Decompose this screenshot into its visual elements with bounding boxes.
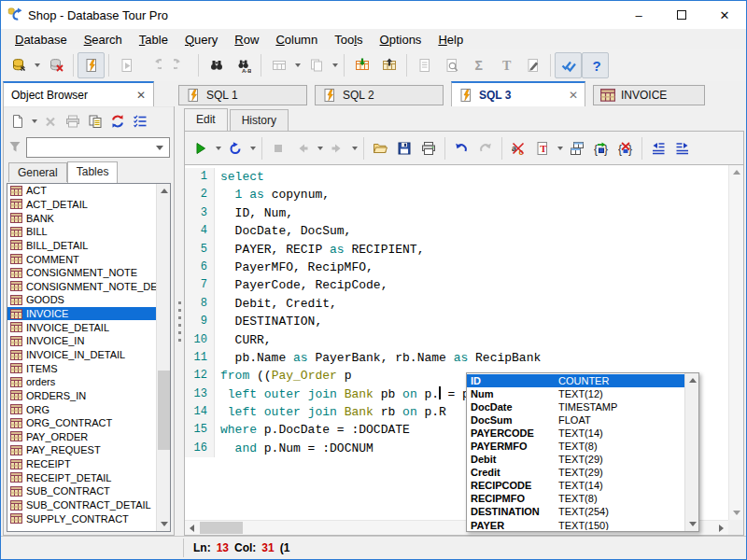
- object-browser-tab[interactable]: Object Browser ✕: [3, 81, 154, 106]
- scroll-up-icon[interactable]: [729, 165, 743, 179]
- format-text-button[interactable]: T: [530, 136, 555, 161]
- open-sql-file-button[interactable]: [368, 136, 392, 161]
- scrollbar-thumb[interactable]: [158, 371, 170, 450]
- list-item-table[interactable]: ACT_DETAIL: [7, 198, 170, 212]
- editor-vertical-scrollbar[interactable]: [728, 165, 743, 520]
- list-item-table[interactable]: PAY_REQUEST: [7, 443, 170, 457]
- scroll-down-icon[interactable]: [157, 517, 171, 531]
- scrollbar-thumb[interactable]: [200, 522, 243, 534]
- list-item-table[interactable]: ITEMS: [7, 361, 170, 375]
- object-details-button[interactable]: [129, 110, 151, 133]
- list-item-table[interactable]: SUPPLY_CONTRACT: [7, 511, 170, 525]
- clear-fields-button[interactable]: {}: [613, 136, 638, 161]
- list-item-table[interactable]: BANK: [7, 211, 170, 225]
- filter-combobox[interactable]: [26, 137, 170, 158]
- refresh-query-button[interactable]: [223, 136, 247, 161]
- autocomplete-item[interactable]: PAYERCODETEXT(14): [467, 427, 684, 440]
- list-item-table[interactable]: BILL: [7, 225, 170, 239]
- list-item-table[interactable]: orders: [7, 375, 170, 389]
- menu-database[interactable]: Database: [7, 31, 76, 49]
- disconnect-database-button[interactable]: [42, 52, 69, 78]
- close-button[interactable]: ✕: [703, 1, 746, 29]
- autocomplete-item[interactable]: DebitTEXT(29): [467, 453, 684, 466]
- indent-button[interactable]: [670, 136, 695, 161]
- run-query-dropdown[interactable]: [213, 135, 223, 161]
- list-item-table[interactable]: INVOICE_IN: [7, 334, 170, 348]
- list-item-table[interactable]: SUB_CONTRACT: [7, 484, 170, 498]
- maximize-button[interactable]: [660, 1, 703, 29]
- list-item-table[interactable]: BILL_DETAIL: [7, 239, 170, 253]
- list-item-table[interactable]: CONSIGNMENT_NOTE_DETAIL: [7, 279, 170, 293]
- menu-help[interactable]: Help: [430, 31, 472, 49]
- autocomplete-item[interactable]: DocSumFLOAT: [467, 413, 684, 427]
- list-item-table[interactable]: ORDERS_IN: [7, 389, 170, 403]
- list-item-table[interactable]: ORG_CONTRACT: [7, 416, 170, 430]
- tab-general[interactable]: General: [8, 162, 67, 182]
- autocomplete-item[interactable]: RECIPMFOTEXT(8): [467, 492, 684, 505]
- tab-sql-1[interactable]: SQL 1: [178, 85, 307, 105]
- autocomplete-item[interactable]: PAYERMFOTEXT(8): [467, 440, 684, 453]
- list-item-table[interactable]: CONSIGNMENT_NOTE: [7, 266, 170, 280]
- query-builder-button[interactable]: [565, 136, 589, 161]
- list-item-table[interactable]: ORG: [7, 402, 170, 416]
- import-data-button[interactable]: [348, 52, 375, 78]
- object-browser-close-icon[interactable]: ✕: [136, 89, 146, 102]
- list-item-table[interactable]: ACT: [7, 184, 170, 198]
- scroll-left-icon[interactable]: [185, 521, 199, 535]
- menu-search[interactable]: Search: [76, 31, 131, 49]
- autocomplete-item[interactable]: RECIPCODETEXT(14): [467, 479, 684, 492]
- format-text-dropdown[interactable]: [555, 135, 565, 161]
- menu-tools[interactable]: Tools: [326, 31, 371, 49]
- tab-tables[interactable]: Tables: [67, 161, 119, 183]
- menu-row[interactable]: Row: [226, 31, 267, 49]
- menu-options[interactable]: Options: [372, 31, 430, 49]
- list-item-table[interactable]: GOODS: [7, 293, 170, 307]
- scroll-right-icon[interactable]: [714, 521, 728, 535]
- scroll-down-icon[interactable]: [729, 506, 743, 520]
- autocomplete-item[interactable]: CreditTEXT(29): [467, 466, 684, 479]
- list-item-table[interactable]: COMMENT: [7, 252, 170, 266]
- scroll-down-icon[interactable]: [685, 517, 699, 531]
- new-object-button[interactable]: [7, 110, 29, 133]
- autocomplete-item[interactable]: IDCOUNTER: [467, 374, 684, 387]
- tab-edit[interactable]: Edit: [184, 108, 228, 132]
- scroll-up-icon[interactable]: [685, 373, 699, 387]
- run-query-button[interactable]: [189, 136, 213, 161]
- panel-splitter[interactable]: [175, 106, 184, 536]
- export-data-button[interactable]: [375, 52, 402, 78]
- list-item-table[interactable]: INVOICE_DETAIL: [7, 320, 170, 334]
- insert-fields-button[interactable]: {}: [589, 136, 613, 161]
- menu-query[interactable]: Query: [176, 31, 226, 49]
- find-replace-button[interactable]: A·B: [230, 52, 257, 78]
- list-item-table[interactable]: SUB_CONTRACT_DETAIL: [7, 498, 170, 512]
- save-sql-file-button[interactable]: [392, 136, 416, 161]
- refresh-query-dropdown[interactable]: [247, 135, 258, 161]
- tab-sql-3[interactable]: SQL 3✕: [451, 81, 585, 106]
- tab-sql-2[interactable]: SQL 2: [315, 85, 444, 105]
- check-data-button[interactable]: [555, 52, 582, 78]
- new-object-dropdown[interactable]: [29, 108, 39, 134]
- menu-column[interactable]: Column: [267, 31, 326, 49]
- list-item-table[interactable]: RECEIPT: [7, 457, 170, 471]
- tables-list-scrollbar[interactable]: [156, 184, 170, 531]
- execute-sql-button[interactable]: [78, 52, 105, 78]
- outdent-button[interactable]: [646, 136, 670, 161]
- undo-edit-button[interactable]: [449, 136, 473, 161]
- connect-database-button[interactable]: [5, 52, 32, 78]
- autocomplete-item[interactable]: DocDateTIMESTAMP: [467, 400, 684, 413]
- scroll-up-icon[interactable]: [157, 184, 171, 198]
- list-item-table[interactable]: INVOICE: [7, 307, 170, 321]
- list-item-table[interactable]: INVOICE_IN_DETAIL: [7, 348, 170, 362]
- menu-table[interactable]: Table: [131, 31, 176, 49]
- autocomplete-item[interactable]: NumTEXT(12): [467, 387, 684, 400]
- autocomplete-scrollbar[interactable]: [684, 373, 698, 531]
- print-sql-button[interactable]: [416, 136, 441, 161]
- autocomplete-item[interactable]: DESTINATIONTEXT(254): [467, 505, 684, 518]
- autocomplete-item[interactable]: PAYERTEXT(150): [467, 519, 684, 530]
- minimize-button[interactable]: –: [617, 1, 660, 29]
- connect-database-dropdown[interactable]: [32, 52, 42, 78]
- list-item-table[interactable]: RECEIPT_DETAIL: [7, 470, 170, 484]
- help-button[interactable]: ?: [582, 52, 609, 78]
- tab-close-icon[interactable]: ✕: [569, 89, 578, 102]
- copy-object-button[interactable]: [84, 110, 106, 133]
